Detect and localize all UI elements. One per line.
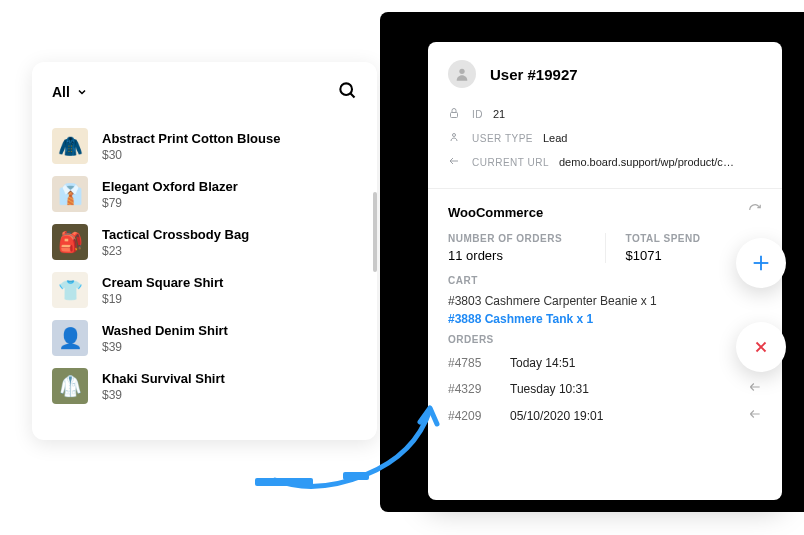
order-id: #4209 xyxy=(448,409,496,423)
arrow-icon xyxy=(748,407,762,421)
meta-user-type: USER TYPE Lead xyxy=(448,126,762,150)
product-price: $19 xyxy=(102,292,223,306)
cart-label: CART xyxy=(448,275,762,286)
filter-label: All xyxy=(52,84,70,100)
cart-line[interactable]: #3888 Cashmere Tank x 1 xyxy=(448,310,762,328)
meta-current-url[interactable]: CURRENT URL demo.board.support/wp/produc… xyxy=(448,150,762,174)
orders-label: ORDERS xyxy=(448,334,762,345)
product-search-panel: All 🧥 Abstract Print Cotton Blouse $30 👔… xyxy=(32,62,377,440)
product-price: $30 xyxy=(102,148,280,162)
product-thumb: 🧥 xyxy=(52,128,88,164)
product-name: Cream Square Shirt xyxy=(102,275,223,290)
svg-rect-10 xyxy=(343,472,369,480)
refresh-button[interactable] xyxy=(748,203,762,221)
svg-point-0 xyxy=(340,83,352,95)
product-name: Elegant Oxford Blazer xyxy=(102,179,238,194)
person-icon xyxy=(448,131,460,143)
arrow-icon xyxy=(748,380,762,394)
svg-rect-3 xyxy=(451,113,458,118)
product-row[interactable]: 👤 Washed Denim Shirt $39 xyxy=(48,314,361,362)
plus-icon xyxy=(750,252,772,274)
svg-line-1 xyxy=(350,93,354,97)
chevron-down-icon xyxy=(76,86,88,98)
product-thumb: 👤 xyxy=(52,320,88,356)
product-row[interactable]: 👕 Cream Square Shirt $19 xyxy=(48,266,361,314)
product-name: Khaki Survival Shirt xyxy=(102,371,225,386)
refresh-icon xyxy=(748,203,762,217)
product-name: Washed Denim Shirt xyxy=(102,323,228,338)
product-row[interactable]: 🥼 Khaki Survival Shirt $39 xyxy=(48,362,361,410)
avatar xyxy=(448,60,476,88)
product-thumb: 👔 xyxy=(52,176,88,212)
close-icon xyxy=(752,338,770,356)
order-id: #4785 xyxy=(448,356,496,370)
user-title: User #19927 xyxy=(490,66,578,83)
order-row[interactable]: #4785 Today 14:51 xyxy=(448,351,762,375)
order-time: 05/10/2020 19:01 xyxy=(510,409,734,423)
product-price: $39 xyxy=(102,340,228,354)
cart-line: #3803 Cashmere Carpenter Beanie x 1 xyxy=(448,292,762,310)
product-row[interactable]: 🧥 Abstract Print Cotton Blouse $30 xyxy=(48,122,361,170)
user-detail-panel: User #19927 ID 21 USER TYPE Lead CURRENT… xyxy=(428,42,782,500)
product-thumb: 🥼 xyxy=(52,368,88,404)
product-row[interactable]: 🎒 Tactical Crossbody Bag $23 xyxy=(48,218,361,266)
order-row[interactable]: #4209 05/10/2020 19:01 xyxy=(448,402,762,429)
product-row[interactable]: 👔 Elegant Oxford Blazer $79 xyxy=(48,170,361,218)
lock-icon xyxy=(448,107,460,119)
order-time: Tuesday 10:31 xyxy=(510,382,734,396)
search-button[interactable] xyxy=(337,80,357,104)
user-icon xyxy=(454,66,470,82)
share-icon xyxy=(448,155,460,167)
order-row[interactable]: #4329 Tuesday 10:31 xyxy=(448,375,762,402)
product-thumb: 🎒 xyxy=(52,224,88,260)
product-name: Abstract Print Cotton Blouse xyxy=(102,131,280,146)
svg-point-2 xyxy=(459,69,464,74)
stat-orders: NUMBER OF ORDERS 11 orders xyxy=(448,233,606,263)
woo-title: WooCommerce xyxy=(448,205,543,220)
product-price: $79 xyxy=(102,196,238,210)
add-button[interactable] xyxy=(736,238,786,288)
filter-dropdown[interactable]: All xyxy=(52,84,88,100)
scrollbar[interactable] xyxy=(373,192,377,272)
product-price: $39 xyxy=(102,388,225,402)
search-icon xyxy=(337,80,357,100)
order-id: #4329 xyxy=(448,382,496,396)
product-price: $23 xyxy=(102,244,249,258)
product-name: Tactical Crossbody Bag xyxy=(102,227,249,242)
order-time: Today 14:51 xyxy=(510,356,748,370)
svg-rect-9 xyxy=(255,478,313,486)
close-button[interactable] xyxy=(736,322,786,372)
meta-id: ID 21 xyxy=(448,102,762,126)
product-thumb: 👕 xyxy=(52,272,88,308)
svg-point-4 xyxy=(453,134,456,137)
